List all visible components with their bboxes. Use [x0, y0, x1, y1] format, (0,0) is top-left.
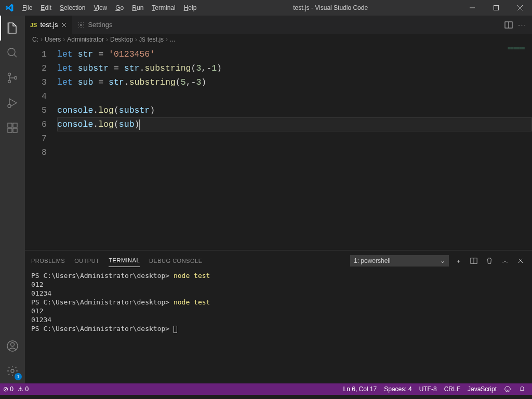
split-editor-icon[interactable]	[504, 21, 513, 29]
title-bar: File Edit Selection View Go Run Terminal…	[0, 0, 532, 16]
status-warnings[interactable]: ⚠ 0	[18, 385, 29, 393]
activity-bar: 1	[0, 16, 25, 383]
line-numbers: 12345678	[25, 45, 57, 250]
panel-tab-output[interactable]: OUTPUT	[74, 258, 99, 267]
close-panel-icon[interactable]	[514, 255, 527, 267]
panel-tabs: PROBLEMS OUTPUT TERMINAL DEBUG CONSOLE 1…	[25, 250, 532, 267]
vscode-logo-icon	[0, 4, 18, 12]
activity-debug[interactable]	[0, 90, 25, 115]
more-icon[interactable]: ···	[518, 21, 527, 29]
status-language[interactable]: JavaScript	[468, 385, 497, 393]
tab-settings[interactable]: Settings	[72, 16, 117, 34]
feedback-icon[interactable]	[504, 385, 511, 393]
menu-bar: File Edit Selection View Go Run Terminal…	[18, 4, 201, 11]
svg-rect-13	[13, 123, 17, 127]
terminal-content[interactable]: PS C:\Users\Administrator\desktop> node …	[25, 267, 532, 383]
svg-rect-1	[494, 6, 499, 10]
breadcrumbs[interactable]: C:› Users› Administrator› Desktop› JS te…	[25, 34, 532, 45]
svg-rect-11	[8, 128, 12, 132]
new-terminal-icon[interactable]: ＋	[452, 255, 464, 267]
activity-extensions[interactable]	[0, 115, 25, 140]
menu-file[interactable]: File	[18, 4, 36, 11]
panel-tab-problems[interactable]: PROBLEMS	[31, 258, 65, 267]
menu-selection[interactable]: Selection	[56, 4, 89, 11]
minimap[interactable]: ▀▀▀▀▀▀	[478, 47, 525, 99]
window-title: test.js - Visual Studio Code	[201, 4, 460, 11]
code-editor[interactable]: 12345678 ▀▀▀▀▀▀ let str = '0123456'let s…	[25, 45, 532, 250]
activity-scm[interactable]	[0, 65, 25, 90]
panel-tab-debug[interactable]: DEBUG CONSOLE	[149, 258, 202, 267]
svg-point-15	[11, 343, 15, 347]
tab-test-js[interactable]: JS test.js	[25, 16, 72, 34]
panel-tab-terminal[interactable]: TERMINAL	[109, 257, 140, 267]
status-spaces[interactable]: Spaces: 4	[384, 385, 411, 393]
editor-tabs: JS test.js Settings ···	[25, 16, 532, 34]
svg-point-16	[11, 369, 14, 373]
chevron-down-icon: ⌄	[440, 257, 445, 264]
split-terminal-icon[interactable]	[468, 255, 480, 267]
svg-rect-10	[8, 123, 12, 127]
kill-terminal-icon[interactable]	[483, 255, 496, 267]
settings-badge: 1	[15, 373, 22, 380]
notifications-icon[interactable]	[518, 385, 526, 393]
status-eol[interactable]: CRLF	[444, 385, 460, 393]
activity-search[interactable]	[0, 41, 25, 65]
tab-label: test.js	[40, 21, 58, 29]
js-icon: JS	[30, 22, 37, 28]
svg-rect-12	[13, 128, 17, 132]
window-controls	[460, 0, 532, 16]
panel: PROBLEMS OUTPUT TERMINAL DEBUG CONSOLE 1…	[25, 250, 532, 383]
svg-point-7	[8, 81, 11, 83]
activity-explorer[interactable]	[0, 16, 25, 41]
svg-point-9	[8, 104, 11, 108]
menu-help[interactable]: Help	[180, 4, 201, 11]
status-ln-col[interactable]: Ln 6, Col 17	[343, 385, 377, 393]
menu-view[interactable]: View	[89, 4, 111, 11]
activity-settings[interactable]: 1	[0, 358, 25, 383]
status-bar: ⊘ 0 ⚠ 0 Ln 6, Col 17 Spaces: 4 UTF-8 CRL…	[0, 383, 532, 395]
terminal-selector[interactable]: 1: powershell⌄	[350, 255, 449, 267]
maximize-button[interactable]	[484, 0, 508, 16]
code-content[interactable]: ▀▀▀▀▀▀ let str = '0123456'let substr = s…	[57, 45, 532, 250]
js-icon: JS	[139, 37, 145, 43]
editor-area: JS test.js Settings ··· C:› Users› Admin…	[25, 16, 532, 383]
tab-label: Settings	[88, 21, 112, 29]
gear-icon	[77, 21, 85, 29]
status-errors[interactable]: ⊘ 0	[3, 385, 14, 393]
menu-go[interactable]: Go	[111, 4, 128, 11]
minimize-button[interactable]	[460, 0, 484, 16]
menu-run[interactable]: Run	[128, 4, 148, 11]
svg-point-26	[505, 387, 511, 392]
annotation-overlay	[0, 395, 532, 399]
status-encoding[interactable]: UTF-8	[419, 385, 437, 393]
svg-point-4	[8, 48, 15, 56]
close-button[interactable]	[508, 0, 532, 16]
close-icon[interactable]	[61, 22, 67, 28]
maximize-panel-icon[interactable]: ︿	[499, 255, 511, 267]
svg-line-5	[14, 55, 17, 57]
menu-edit[interactable]: Edit	[36, 4, 56, 11]
svg-point-6	[8, 73, 11, 76]
svg-point-8	[15, 77, 17, 79]
menu-terminal[interactable]: Terminal	[148, 4, 179, 11]
svg-point-19	[81, 24, 83, 26]
activity-accounts[interactable]	[0, 334, 25, 358]
